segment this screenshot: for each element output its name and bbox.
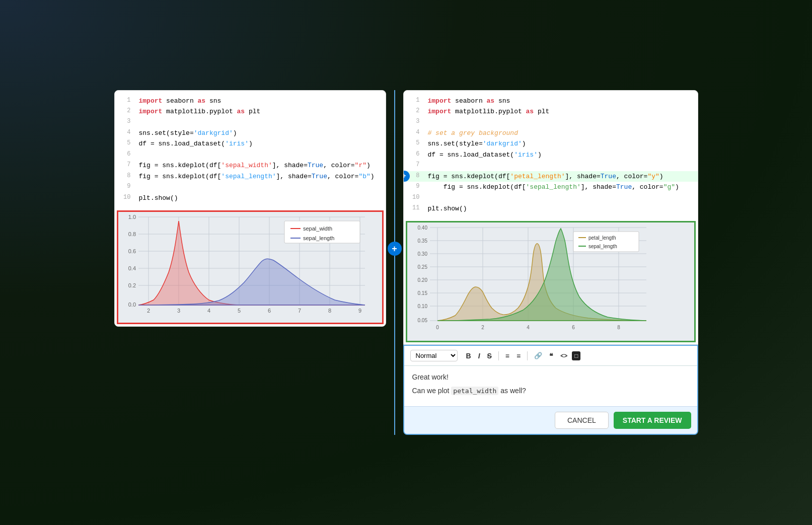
add-indicator: + — [403, 171, 410, 182]
right-code-line-6: 6 df = sns.load_dataset('iris') — [404, 149, 698, 160]
right-code-line-10: 10 — [404, 193, 698, 203]
right-chart-container: 0.40 0.35 0.30 0.25 0.20 0.15 0.10 0.05 … — [406, 221, 696, 342]
review-line-2: Can we plot petal_width as well? — [412, 386, 689, 396]
code-line-7: 7 fig = sns.kdeplot(df['sepal_width'], s… — [115, 160, 386, 171]
code-line-1: 1 import seaborn as sns — [115, 96, 386, 106]
svg-text:0.05: 0.05 — [417, 318, 427, 323]
code-line-6: 6 — [115, 149, 386, 160]
code-line-4: 4 sns.set(style='darkgrid') — [115, 128, 386, 138]
svg-text:sepal_width: sepal_width — [303, 226, 332, 232]
svg-text:0.40: 0.40 — [417, 225, 427, 231]
code-line-5: 5 df = sns.load_dataset('iris') — [115, 138, 386, 149]
center-divider: + — [391, 90, 398, 435]
review-panel: Normal Heading 1 Heading 2 B I S ≡ ≡ 🔗 ❝… — [403, 345, 698, 435]
svg-text:2: 2 — [146, 308, 150, 314]
quote-button[interactable]: ❝ — [547, 351, 556, 361]
svg-text:petal_length: petal_length — [588, 235, 616, 241]
ordered-list-button[interactable]: ≡ — [503, 351, 512, 361]
left-chart-container: 1.0 0.8 0.6 0.4 0.2 0.0 2 3 4 5 6 7 8 9 — [117, 210, 384, 324]
svg-text:0.8: 0.8 — [128, 231, 135, 237]
review-line-1: Great work! — [412, 372, 689, 383]
svg-text:0.15: 0.15 — [417, 290, 427, 296]
review-body[interactable]: Great work! Can we plot petal_width as w… — [404, 366, 697, 406]
svg-text:0.10: 0.10 — [417, 304, 427, 309]
svg-text:0.25: 0.25 — [417, 264, 427, 270]
svg-text:0.4: 0.4 — [128, 265, 135, 271]
right-code-line-3: 3 — [404, 117, 698, 127]
code-button[interactable]: <> — [558, 351, 570, 360]
right-code-block: 1 import seaborn as sns 2 import matplot… — [404, 91, 698, 219]
svg-text:0.6: 0.6 — [128, 248, 135, 254]
right-panel: 1 import seaborn as sns 2 import matplot… — [403, 90, 698, 435]
svg-text:sepal_length: sepal_length — [303, 235, 334, 241]
right-code-line-8: + 8 fig = sns.kdeplot(df['petal_length']… — [404, 171, 698, 182]
code-line-2: 2 import matplotlib.pyplot as plt — [115, 106, 386, 117]
svg-text:0.2: 0.2 — [128, 282, 135, 288]
svg-text:0.30: 0.30 — [417, 251, 427, 257]
code-line-10: 10 plt.show() — [115, 193, 386, 203]
svg-text:8: 8 — [328, 308, 331, 314]
svg-text:4: 4 — [207, 308, 210, 314]
right-code-line-4: 4 # set a grey background — [404, 128, 698, 138]
review-actions: CANCEL START A REVIEW — [404, 406, 697, 434]
cancel-button[interactable]: CANCEL — [555, 412, 609, 429]
svg-text:0.20: 0.20 — [417, 277, 427, 283]
review-toolbar: Normal Heading 1 Heading 2 B I S ≡ ≡ 🔗 ❝… — [404, 346, 697, 366]
left-code-block: 1 import seaborn as sns 2 import matplot… — [115, 91, 386, 208]
start-review-button[interactable]: START A REVIEW — [614, 412, 691, 429]
left-panel: 1 import seaborn as sns 2 import matplot… — [114, 90, 386, 327]
svg-text:6: 6 — [572, 325, 575, 330]
svg-text:0.35: 0.35 — [417, 238, 427, 244]
right-chart-svg: 0.40 0.35 0.30 0.25 0.20 0.15 0.10 0.05 … — [407, 222, 659, 341]
svg-text:3: 3 — [177, 308, 180, 314]
italic-button[interactable]: I — [476, 351, 483, 361]
strikethrough-button[interactable]: S — [485, 351, 494, 361]
code-line-8: 8 fig = sns.kdeplot(df['sepal_length'], … — [115, 171, 386, 182]
code-line-9: 9 — [115, 182, 386, 192]
right-code-line-7: 7 — [404, 160, 698, 171]
code-line-3: 3 — [115, 117, 386, 127]
code-block-button[interactable]: □ — [572, 351, 580, 360]
plus-circle-center: + — [388, 242, 402, 256]
divider-line — [394, 90, 395, 435]
right-code-line-9: 9 fig = sns.kdeplot(df['sepal_length'], … — [404, 182, 698, 192]
svg-text:2: 2 — [481, 325, 484, 330]
svg-text:0.0: 0.0 — [128, 302, 135, 308]
svg-text:6: 6 — [267, 308, 270, 314]
right-code-panel: 1 import seaborn as sns 2 import matplot… — [403, 90, 698, 345]
left-chart-svg: 1.0 0.8 0.6 0.4 0.2 0.0 2 3 4 5 6 7 8 9 — [118, 212, 380, 323]
svg-text:0: 0 — [436, 325, 439, 330]
right-code-line-1: 1 import seaborn as sns — [404, 96, 698, 106]
unordered-list-button[interactable]: ≡ — [514, 351, 523, 361]
inline-code: petal_width — [451, 387, 498, 395]
link-button[interactable]: 🔗 — [532, 351, 545, 360]
svg-text:1.0: 1.0 — [128, 214, 135, 220]
svg-text:5: 5 — [237, 308, 240, 314]
svg-text:4: 4 — [527, 325, 530, 330]
svg-text:sepal_length: sepal_length — [588, 244, 617, 249]
bold-button[interactable]: B — [464, 351, 474, 361]
svg-text:9: 9 — [358, 308, 361, 314]
svg-text:7: 7 — [298, 308, 301, 314]
right-code-line-2: 2 import matplotlib.pyplot as plt — [404, 106, 698, 117]
format-select[interactable]: Normal Heading 1 Heading 2 — [410, 350, 458, 361]
right-code-line-11: 11 plt.show() — [404, 203, 698, 214]
right-code-line-5: 5 sns.set(style='darkgrid') — [404, 138, 698, 149]
toolbar-divider-2 — [527, 351, 528, 360]
svg-text:8: 8 — [617, 325, 620, 330]
toolbar-divider-1 — [498, 351, 499, 360]
